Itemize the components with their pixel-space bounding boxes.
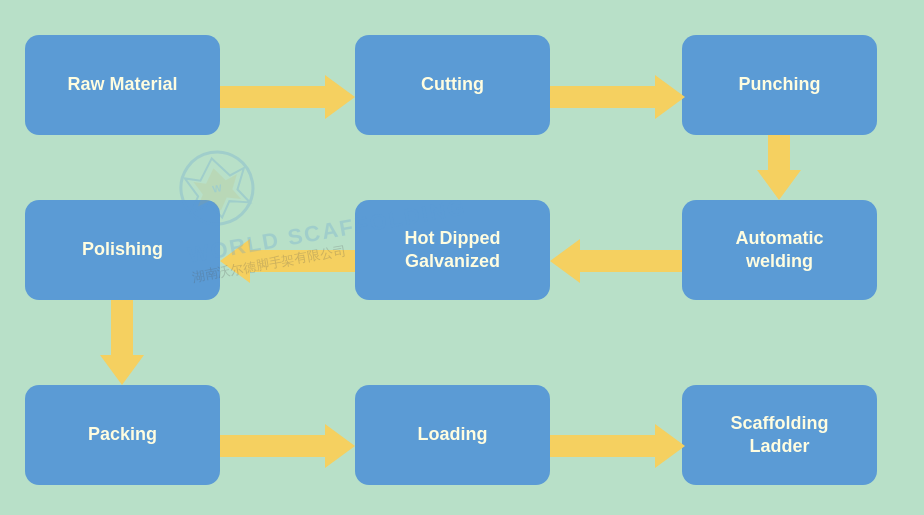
cutting-box: Cutting [355, 35, 550, 135]
raw-material-box: Raw Material [25, 35, 220, 135]
loading-box: Loading [355, 385, 550, 485]
scaffolding-box: ScaffoldingLadder [682, 385, 877, 485]
arrow-cutting-to-punching [550, 75, 685, 119]
arrow-polishing-to-packing [100, 300, 144, 385]
process-diagram: Raw Material Cutting Punching Polishing … [0, 0, 924, 515]
arrow-punching-to-welding [757, 135, 801, 200]
arrow-packing-to-loading [220, 424, 355, 468]
punching-box: Punching [682, 35, 877, 135]
hot-dipped-box: Hot DippedGalvanized [355, 200, 550, 300]
arrow-welding-to-hot [550, 239, 682, 283]
packing-box: Packing [25, 385, 220, 485]
svg-text:W: W [211, 182, 223, 195]
arrow-loading-to-scaffolding [550, 424, 685, 468]
arrow-raw-to-cutting [220, 75, 355, 119]
arrow-hot-to-polishing [220, 239, 355, 283]
polishing-box: Polishing [25, 200, 220, 300]
auto-welding-box: Automaticwelding [682, 200, 877, 300]
